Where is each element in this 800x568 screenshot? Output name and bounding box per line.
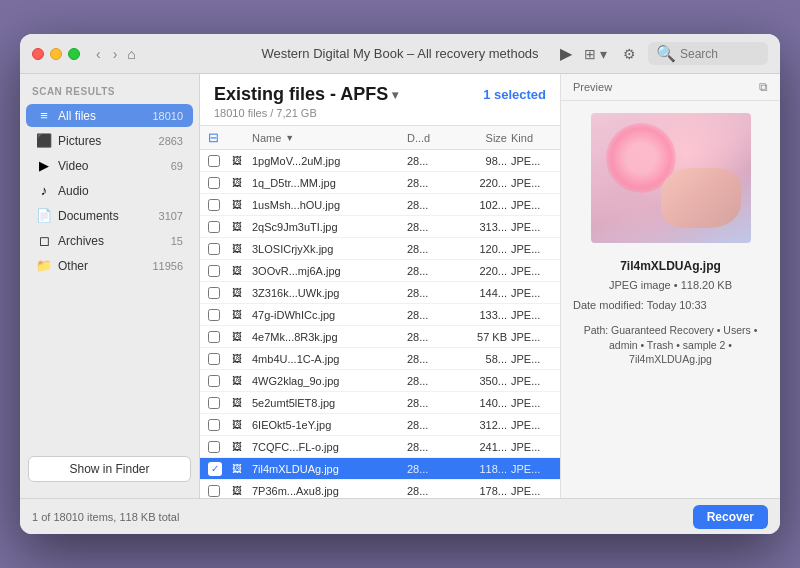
table-row[interactable]: 🖼 47g-iDWhICc.jpg 28... 133... JPE... (200, 304, 560, 326)
file-kind: JPE... (507, 375, 552, 387)
sidebar-item-audio[interactable]: ♪ Audio (26, 179, 193, 202)
sidebar-item-archives[interactable]: ◻ Archives 15 (26, 229, 193, 252)
checkbox-input[interactable] (208, 309, 220, 321)
file-kind: JPE... (507, 243, 552, 255)
file-date: 28... (407, 397, 457, 409)
row-checkbox[interactable] (208, 199, 232, 211)
minimize-button[interactable] (50, 48, 62, 60)
table-row[interactable]: 🖼 4WG2klag_9o.jpg 28... 350... JPE... (200, 370, 560, 392)
settings-button[interactable]: ⚙ (619, 44, 640, 64)
table-row[interactable]: 🖼 3OOvR...mj6A.jpg 28... 220... JPE... (200, 260, 560, 282)
home-button[interactable]: ⌂ (127, 46, 135, 62)
sidebar-item-all-files[interactable]: ≡ All files 18010 (26, 104, 193, 127)
size-col-header[interactable]: Size (457, 132, 507, 144)
sidebar-item-count: 15 (171, 235, 183, 247)
selected-badge: 1 selected (483, 87, 546, 102)
preview-copy-icon[interactable]: ⧉ (759, 80, 768, 94)
name-col-header[interactable]: Name ▼ (252, 132, 407, 144)
row-checkbox[interactable] (208, 155, 232, 167)
column-headers: ⊟ Name ▼ D...d Size Kind (200, 126, 560, 150)
row-checkbox[interactable] (208, 243, 232, 255)
table-row[interactable]: 🖼 3Z316k...UWk.jpg 28... 144... JPE... (200, 282, 560, 304)
checkbox-input[interactable] (208, 353, 220, 365)
file-area: Existing files - APFS ▾ 1 selected 18010… (200, 74, 560, 498)
sidebar-item-pictures[interactable]: ⬛ Pictures 2863 (26, 129, 193, 152)
checkbox-input[interactable] (208, 397, 220, 409)
table-row[interactable]: 🖼 4e7Mk...8R3k.jpg 28... 57 KB JPE... (200, 326, 560, 348)
file-name: 6IEOkt5-1eY.jpg (252, 419, 407, 431)
sidebar-item-label: Other (58, 259, 146, 273)
maximize-button[interactable] (68, 48, 80, 60)
back-button[interactable]: ‹ (92, 44, 105, 64)
search-input[interactable] (680, 47, 760, 61)
table-row[interactable]: 🖼 3LOSICrjyXk.jpg 28... 120... JPE... (200, 238, 560, 260)
row-checkbox[interactable] (208, 441, 232, 453)
checkbox-input[interactable] (208, 155, 220, 167)
file-list[interactable]: 🖼 1pgMoV...2uM.jpg 28... 98... JPE... 🖼 … (200, 150, 560, 498)
table-row[interactable]: 🖼 2qSc9Jm3uTI.jpg 28... 313... JPE... (200, 216, 560, 238)
checkbox-input[interactable] (208, 221, 220, 233)
table-row[interactable]: 🖼 1q_D5tr...MM.jpg 28... 220... JPE... (200, 172, 560, 194)
show-in-finder-button[interactable]: Show in Finder (28, 456, 191, 482)
file-thumb-icon: 🖼 (232, 441, 252, 452)
dropdown-arrow-icon[interactable]: ▾ (392, 88, 398, 102)
sidebar-item-other[interactable]: 📁 Other 11956 (26, 254, 193, 277)
row-checkbox[interactable] (208, 177, 232, 189)
checkbox-input[interactable] (208, 441, 220, 453)
row-checkbox[interactable] (208, 375, 232, 387)
kind-col-header[interactable]: Kind (507, 132, 552, 144)
close-button[interactable] (32, 48, 44, 60)
checkbox-input[interactable] (208, 243, 220, 255)
file-date: 28... (407, 221, 457, 233)
row-checkbox[interactable] (208, 309, 232, 321)
row-checkbox[interactable] (208, 221, 232, 233)
file-date: 28... (407, 485, 457, 497)
table-row[interactable]: 🖼 4mb4U...1C-A.jpg 28... 58... JPE... (200, 348, 560, 370)
row-checkbox[interactable] (208, 419, 232, 431)
file-kind: JPE... (507, 265, 552, 277)
table-row[interactable]: ✓ 🖼 7il4mXLDUAg.jpg 28... 118... JPE... (200, 458, 560, 480)
checkbox-input[interactable] (208, 287, 220, 299)
row-checkbox[interactable] (208, 331, 232, 343)
row-checkbox[interactable] (208, 265, 232, 277)
file-count-info: 18010 files / 7,21 GB (214, 107, 546, 119)
documents-icon: 📄 (36, 208, 52, 223)
checkbox-input[interactable] (208, 375, 220, 387)
table-row[interactable]: 🖼 7CQFC...FL-o.jpg 28... 241... JPE... (200, 436, 560, 458)
check-all-header[interactable]: ⊟ (208, 130, 232, 145)
forward-button[interactable]: › (109, 44, 122, 64)
date-col-header[interactable]: D...d (407, 132, 457, 144)
checkbox-input[interactable] (208, 199, 220, 211)
table-row[interactable]: 🖼 1pgMoV...2uM.jpg 28... 98... JPE... (200, 150, 560, 172)
checkbox-input[interactable] (208, 485, 220, 497)
recover-button[interactable]: Recover (693, 505, 768, 529)
preview-image (591, 113, 751, 243)
play-button[interactable]: ▶ (560, 44, 572, 63)
checkbox-input[interactable] (208, 177, 220, 189)
preview-path: Path: Guaranteed Recovery • Users • admi… (561, 323, 780, 367)
row-checkbox[interactable] (208, 287, 232, 299)
file-kind: JPE... (507, 397, 552, 409)
table-row[interactable]: 🖼 5e2umt5lET8.jpg 28... 140... JPE... (200, 392, 560, 414)
table-row[interactable]: 🖼 1usMsh...hOU.jpg 28... 102... JPE... (200, 194, 560, 216)
table-row[interactable]: 🖼 7P36m...Axu8.jpg 28... 178... JPE... (200, 480, 560, 498)
sidebar-item-video[interactable]: ▶ Video 69 (26, 154, 193, 177)
file-date: 28... (407, 265, 457, 277)
row-checkbox[interactable]: ✓ (208, 462, 232, 476)
row-checkbox[interactable] (208, 353, 232, 365)
sidebar-item-label: Video (58, 159, 165, 173)
sidebar-item-count: 69 (171, 160, 183, 172)
checkbox-input[interactable] (208, 331, 220, 343)
file-thumb-icon: 🖼 (232, 243, 252, 254)
checkbox-input[interactable] (208, 265, 220, 277)
preview-image-container (561, 101, 780, 255)
row-checkbox[interactable] (208, 485, 232, 497)
file-kind: JPE... (507, 177, 552, 189)
table-row[interactable]: 🖼 6IEOkt5-1eY.jpg 28... 312... JPE... (200, 414, 560, 436)
file-size: 350... (457, 375, 507, 387)
checkbox-input[interactable] (208, 419, 220, 431)
sidebar-item-documents[interactable]: 📄 Documents 3107 (26, 204, 193, 227)
preview-panel: Preview ⧉ 7il4mXLDUAg.jpg JPEG image • 1… (560, 74, 780, 498)
row-checkbox[interactable] (208, 397, 232, 409)
view-options-button[interactable]: ⊞ ▾ (580, 44, 611, 64)
